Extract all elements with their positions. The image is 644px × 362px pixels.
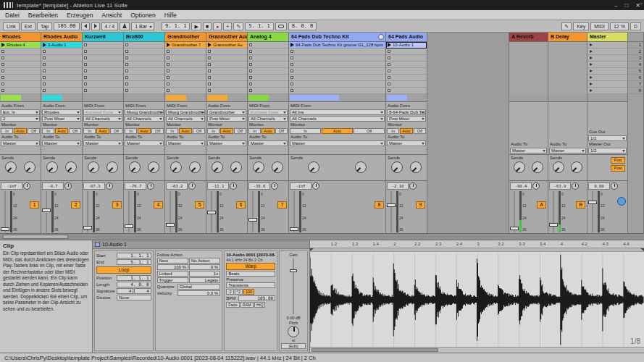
clip-slot[interactable] xyxy=(548,42,587,49)
volume-value[interactable]: -11.1 xyxy=(207,182,229,190)
clip-slot[interactable] xyxy=(509,68,548,75)
track-activator[interactable]: 1 xyxy=(30,201,39,209)
clip-slot[interactable] xyxy=(548,75,587,81)
monitor-auto-button[interactable]: Auto xyxy=(262,128,274,134)
track-activator[interactable]: 2 xyxy=(71,201,80,209)
pan-knob[interactable] xyxy=(312,182,319,190)
input-channel-chooser[interactable]: All Channels xyxy=(290,116,385,122)
monitor-off-button[interactable]: Off xyxy=(151,128,164,134)
track-header-64-pads-dub-techno-kit[interactable]: 64 Pads Dub Techno Kit xyxy=(289,33,385,42)
menu-datei[interactable]: Datei xyxy=(5,12,20,19)
loop-length-field[interactable]: 8. 0. 0 xyxy=(288,22,317,30)
clip-slot[interactable]: 10-Audio 1 xyxy=(386,42,427,49)
clip-slot[interactable] xyxy=(509,62,548,68)
input-channel-chooser[interactable]: Post Mixer xyxy=(42,116,81,122)
minimize-button[interactable]: – xyxy=(614,2,617,9)
clip-slot[interactable] xyxy=(206,68,247,75)
track-header-kurzweil[interactable]: Kurzweil xyxy=(83,33,123,42)
fader-handle[interactable] xyxy=(549,223,558,227)
output-chooser[interactable]: Master xyxy=(166,140,205,146)
track-header-a-reverb[interactable]: A Reverb xyxy=(509,33,548,42)
clip-slot[interactable]: 3-Audio 1 xyxy=(41,42,82,49)
double-tempo-button[interactable]: *2 xyxy=(235,289,243,295)
clip-slot[interactable]: 64 Pads Dub Techno Kit groove G1_128 bpm xyxy=(289,42,385,49)
menu-bearbeiten[interactable]: Bearbeiten xyxy=(28,12,58,19)
volume-value[interactable]: -87.3 xyxy=(83,182,105,190)
cue-out-chooser[interactable]: 1/2 xyxy=(588,135,627,141)
stop-button[interactable]: ■ xyxy=(203,22,212,30)
track-activator[interactable]: 8 xyxy=(375,201,384,209)
clip-slot[interactable] xyxy=(83,81,123,88)
send-a-knob[interactable] xyxy=(308,161,319,173)
volume-value[interactable]: -inf xyxy=(290,182,311,190)
clip-slot[interactable] xyxy=(587,68,627,75)
monitor-in-button[interactable]: In xyxy=(125,128,137,134)
clip-slot[interactable] xyxy=(386,75,427,81)
volume-fader[interactable] xyxy=(1,191,9,232)
pan-knob[interactable] xyxy=(572,182,579,190)
clip-slot[interactable] xyxy=(83,49,123,55)
tempo-field[interactable]: 105.00 xyxy=(54,22,79,30)
monitor-auto-button[interactable]: Auto xyxy=(138,128,150,134)
post-toggle-a[interactable]: Post xyxy=(611,157,625,164)
track-header-64-pads-audio[interactable]: 64 Pads Audio xyxy=(386,33,427,42)
clip-slot[interactable] xyxy=(165,49,206,55)
clip-slot[interactable] xyxy=(41,68,82,75)
menu-ansicht[interactable]: Ansicht xyxy=(101,12,122,19)
send-a-knob[interactable] xyxy=(514,161,525,173)
send-b-knob[interactable] xyxy=(230,161,242,173)
fader-handle[interactable] xyxy=(42,209,51,212)
monitor-in-button[interactable]: In xyxy=(207,128,219,134)
pan-knob[interactable] xyxy=(147,182,154,190)
pan-knob[interactable] xyxy=(409,182,417,190)
segment-bpm-field[interactable]: 105.00 xyxy=(238,295,275,301)
scene-number[interactable]: 8 xyxy=(628,88,643,94)
track-activator[interactable]: 9 xyxy=(416,201,425,209)
follow-action-b-chance[interactable]: 0 % xyxy=(189,264,220,270)
clip-end-field[interactable]: 5. 1. 1 xyxy=(117,259,151,265)
scene-number[interactable]: 2 xyxy=(628,49,643,55)
input-channel-chooser[interactable]: All Channels xyxy=(248,116,288,122)
fader-handle[interactable] xyxy=(588,201,597,204)
track-activator[interactable]: 3 xyxy=(112,201,122,209)
transients-chooser[interactable]: Transients xyxy=(226,282,275,288)
clip-slot[interactable] xyxy=(124,42,164,49)
clip-slot[interactable] xyxy=(587,81,627,88)
volume-value[interactable]: -38.6 xyxy=(248,182,270,190)
clip-slot[interactable] xyxy=(587,49,627,55)
menu-optionen[interactable]: Optionen xyxy=(130,12,156,19)
send-b-knob[interactable] xyxy=(189,161,201,173)
send-b-knob[interactable] xyxy=(410,161,422,173)
clip-slot[interactable] xyxy=(548,88,587,94)
clip-slot[interactable] xyxy=(83,75,123,81)
clip-slot[interactable] xyxy=(548,81,587,88)
clip-slot[interactable] xyxy=(0,75,41,81)
clip-slot[interactable] xyxy=(386,88,427,94)
clip-slot[interactable] xyxy=(248,62,288,68)
input-channel-chooser[interactable]: 2 xyxy=(1,116,40,122)
fader-handle[interactable] xyxy=(248,218,257,222)
input-chooser[interactable]: Kurzweil Forte xyxy=(83,109,122,115)
clip-slot[interactable] xyxy=(509,88,548,94)
send-b-knob[interactable] xyxy=(272,161,283,173)
follow-action-a-chance[interactable]: 100 % xyxy=(157,264,188,270)
follow-action-multiplier[interactable]: 1x xyxy=(189,271,220,277)
clip-slot[interactable] xyxy=(165,55,206,62)
clip-slot[interactable] xyxy=(0,68,41,75)
track-activator[interactable]: B xyxy=(576,201,585,209)
clip-slot[interactable] xyxy=(386,49,427,55)
maximize-button[interactable]: □ xyxy=(624,2,628,9)
volume-value[interactable]: -2.10 xyxy=(387,182,409,190)
send-a-knob[interactable] xyxy=(391,161,403,173)
volume-fader[interactable] xyxy=(549,191,558,232)
clip-slot[interactable] xyxy=(124,75,164,81)
tap-tempo-button[interactable]: Tap xyxy=(37,22,52,30)
pan-knob[interactable] xyxy=(271,182,278,190)
volume-fader[interactable] xyxy=(42,191,51,232)
send-b-knob[interactable] xyxy=(571,161,582,173)
fader-handle[interactable] xyxy=(387,203,396,207)
send-a-knob[interactable] xyxy=(170,161,182,173)
volume-fader[interactable] xyxy=(125,191,133,232)
monitor-off-button[interactable]: Off xyxy=(193,128,205,134)
input-chooser[interactable]: Ext. In xyxy=(1,109,40,115)
